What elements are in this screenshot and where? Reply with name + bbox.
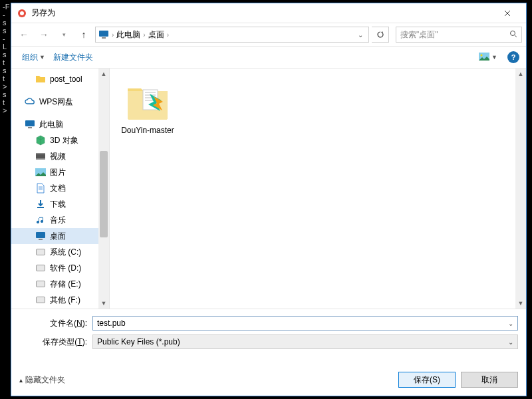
- document-icon: [35, 183, 46, 194]
- new-folder-button[interactable]: 新建文件夹: [49, 49, 97, 66]
- search-icon: [509, 30, 517, 40]
- drive-icon: [35, 279, 46, 289]
- sidebar-item-downloads[interactable]: 下载: [11, 196, 109, 212]
- download-icon: [35, 199, 46, 209]
- folder-label: DouYin-master: [121, 126, 174, 135]
- chevron-up-icon: ▴: [19, 376, 23, 384]
- filename-label: 文件名(N):: [19, 318, 92, 329]
- drive-icon: [35, 263, 46, 273]
- drive-icon: [35, 247, 46, 257]
- search-placeholder: 搜索"桌面": [400, 29, 438, 41]
- scroll-down-icon[interactable]: ▼: [515, 298, 526, 309]
- picture-icon: [479, 53, 489, 63]
- titlebar: 另存为: [11, 3, 526, 23]
- help-button[interactable]: ?: [507, 51, 519, 63]
- filetype-select[interactable]: Public Key Files (*.pub) ⌄: [92, 334, 518, 349]
- organize-button[interactable]: 组织 ▼: [18, 49, 49, 66]
- drive-icon: [35, 295, 46, 305]
- sidebar-item-pictures[interactable]: 图片: [11, 164, 109, 180]
- sidebar-scrollbar[interactable]: ▲ ▼: [98, 68, 109, 309]
- sidebar-item-documents[interactable]: 文档: [11, 180, 109, 196]
- video-icon: [35, 151, 46, 162]
- refresh-button[interactable]: [372, 27, 389, 43]
- svg-rect-7: [25, 120, 35, 126]
- folder-douyin-master[interactable]: DouYin-master: [118, 76, 178, 135]
- command-toolbar: 组织 ▼ 新建文件夹 ▼ ?: [11, 46, 526, 68]
- sidebar-item-videos[interactable]: 视频: [11, 148, 109, 164]
- hide-folders-toggle[interactable]: ▴ 隐藏文件夹: [19, 374, 65, 386]
- sidebar-item-music[interactable]: 音乐: [11, 212, 109, 228]
- dialog-title: 另存为: [31, 7, 494, 19]
- app-icon: [17, 8, 27, 19]
- scroll-down-icon[interactable]: ▼: [98, 298, 109, 309]
- thispc-icon: [25, 119, 35, 130]
- file-list[interactable]: DouYin-master ▲ ▼: [110, 68, 526, 309]
- sidebar-item-drive-d[interactable]: 软件 (D:): [11, 260, 109, 276]
- svg-rect-10: [36, 153, 45, 154]
- svg-point-6: [481, 54, 483, 56]
- svg-rect-2: [99, 31, 108, 37]
- sidebar-item-thispc[interactable]: 此电脑: [11, 116, 109, 132]
- save-as-dialog: 另存为 ← → ▾ ↑ › 此电脑 › 桌面 › ⌄ 搜索"桌面": [11, 3, 527, 396]
- chevron-down-icon: ▼: [491, 54, 497, 61]
- address-bar[interactable]: › 此电脑 › 桌面 › ⌄: [95, 27, 369, 43]
- recent-dropdown[interactable]: ▾: [55, 26, 72, 43]
- sidebar-item-drive-f[interactable]: 其他 (F:): [11, 292, 109, 308]
- chevron-down-icon[interactable]: ⌄: [508, 338, 513, 346]
- up-button[interactable]: ↑: [75, 26, 92, 43]
- folder-icon: [35, 74, 46, 84]
- back-button[interactable]: ←: [15, 26, 33, 43]
- desktop-icon: [35, 231, 46, 241]
- view-mode-button[interactable]: ▼: [475, 51, 501, 65]
- cloud-icon: [25, 96, 35, 107]
- chevron-down-icon: ▼: [39, 54, 45, 61]
- svg-rect-14: [39, 239, 43, 240]
- svg-rect-11: [36, 158, 45, 160]
- sidebar-item-3dobjects[interactable]: 3D 对象: [11, 132, 109, 148]
- picture-icon: [35, 167, 46, 178]
- folder-icon: [124, 76, 171, 123]
- sidebar-item-drive-c[interactable]: 系统 (C:): [11, 244, 109, 260]
- sidebar-item-drive-e[interactable]: 存储 (E:): [11, 276, 109, 292]
- sidebar-item-post-tool[interactable]: post_tool: [11, 71, 109, 87]
- navigation-tree[interactable]: post_tool WPS网盘 此电脑 3D 对象 视频 图片: [11, 68, 110, 309]
- close-button[interactable]: [494, 4, 521, 23]
- sidebar-item-desktop[interactable]: 桌面: [11, 228, 109, 244]
- search-input[interactable]: 搜索"桌面": [396, 27, 522, 43]
- nav-toolbar: ← → ▾ ↑ › 此电脑 › 桌面 › ⌄ 搜索"桌面": [11, 23, 526, 46]
- chevron-down-icon[interactable]: ⌄: [508, 320, 513, 327]
- dialog-actions: ▴ 隐藏文件夹 保存(S) 取消: [11, 360, 526, 396]
- svg-point-1: [20, 11, 24, 15]
- cancel-button[interactable]: 取消: [461, 372, 518, 388]
- svg-point-4: [511, 31, 515, 35]
- svg-rect-3: [102, 37, 106, 39]
- filename-panel: 文件名(N): test.pub ⌄ 保存类型(T): Public Key F…: [11, 309, 526, 360]
- chevron-right-icon: ›: [143, 31, 145, 39]
- filename-input[interactable]: test.pub ⌄: [92, 316, 518, 331]
- content-scrollbar[interactable]: ▲ ▼: [515, 68, 526, 309]
- forward-button[interactable]: →: [35, 26, 53, 43]
- chevron-right-icon: ›: [112, 31, 114, 39]
- cube-icon: [35, 135, 46, 146]
- scroll-thumb[interactable]: [100, 151, 108, 237]
- sidebar-item-wps[interactable]: WPS网盘: [11, 94, 109, 110]
- address-dropdown-icon[interactable]: ⌄: [355, 31, 366, 39]
- svg-rect-13: [36, 232, 45, 238]
- chevron-right-icon: ›: [167, 31, 169, 39]
- music-icon: [35, 215, 46, 225]
- breadcrumb-thispc[interactable]: 此电脑: [116, 29, 140, 41]
- scroll-up-icon[interactable]: ▲: [98, 68, 109, 79]
- scroll-up-icon[interactable]: ▲: [515, 68, 526, 79]
- breadcrumb-desktop[interactable]: 桌面: [148, 29, 164, 41]
- filetype-label: 保存类型(T):: [19, 336, 92, 348]
- thispc-icon: [98, 29, 109, 40]
- svg-rect-8: [28, 127, 32, 128]
- save-button[interactable]: 保存(S): [398, 372, 456, 388]
